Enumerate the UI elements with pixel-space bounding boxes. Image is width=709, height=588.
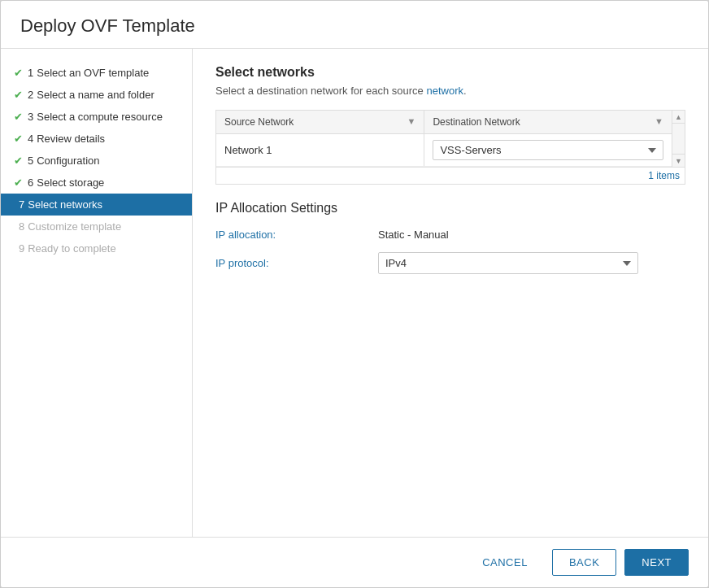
dialog-footer: CANCEL BACK NEXT <box>1 537 708 587</box>
network-table: Source Network ▼ Destination Network ▼ <box>216 111 672 167</box>
sidebar-item-3[interactable]: ✔ 3 Select a compute resource <box>1 106 192 128</box>
check-icon-1: ✔ <box>14 67 23 79</box>
check-icon-5: ✔ <box>14 155 23 167</box>
sidebar-item-7[interactable]: 7 Select networks <box>1 194 192 216</box>
back-button[interactable]: BACK <box>552 549 616 576</box>
table-scrollbar: ▲ ▼ <box>672 111 685 167</box>
check-icon-6: ✔ <box>14 176 23 189</box>
cancel-button[interactable]: CANCEL <box>466 550 544 575</box>
ip-allocation-label: IP allocation: <box>215 229 378 241</box>
ip-section-title: IP Allocation Settings <box>215 201 685 216</box>
dest-filter-icon[interactable]: ▼ <box>655 116 663 126</box>
col-dest-header: Destination Network ▼ <box>424 111 672 134</box>
main-content: Select networks Select a destination net… <box>193 49 708 537</box>
next-button[interactable]: NEXT <box>624 549 689 576</box>
sidebar-item-1[interactable]: ✔ 1 Select an OVF template <box>1 62 192 84</box>
sidebar-item-5[interactable]: ✔ 5 Configuration <box>1 150 192 172</box>
source-network-cell: Network 1 <box>216 134 424 167</box>
table-row: Network 1 VSS-Servers <box>216 134 672 167</box>
ip-allocation-value: Static - Manual <box>378 229 449 241</box>
dest-network-select[interactable]: VSS-Servers <box>433 140 663 160</box>
col-source-header: Source Network ▼ <box>216 111 424 134</box>
items-count: 1 items <box>215 168 685 185</box>
section-title: Select networks <box>215 65 685 80</box>
sidebar-item-9: 9 Ready to complete <box>1 237 192 259</box>
sidebar: ✔ 1 Select an OVF template ✔ 2 Select a … <box>1 49 193 537</box>
sidebar-item-4[interactable]: ✔ 4 Review details <box>1 128 192 150</box>
sidebar-item-2[interactable]: ✔ 2 Select a name and folder <box>1 84 192 106</box>
deploy-ovf-dialog: Deploy OVF Template ✔ 1 Select an OVF te… <box>0 0 709 588</box>
check-icon-4: ✔ <box>14 133 23 145</box>
section-desc: Select a destination network for each so… <box>215 85 685 97</box>
check-icon-2: ✔ <box>14 89 23 101</box>
ip-protocol-select-wrapper: IPv4 IPv6 <box>378 252 638 274</box>
network-link[interactable]: network <box>426 85 463 97</box>
ip-protocol-select[interactable]: IPv4 IPv6 <box>378 252 638 274</box>
ip-protocol-row: IP protocol: IPv4 IPv6 <box>215 252 685 274</box>
network-table-container: Source Network ▼ Destination Network ▼ <box>215 110 685 168</box>
dest-network-cell[interactable]: VSS-Servers <box>424 134 672 167</box>
check-icon-3: ✔ <box>14 111 23 123</box>
sidebar-item-8: 8 Customize template <box>1 216 192 237</box>
scroll-down-arrow[interactable]: ▼ <box>672 154 685 167</box>
dialog-title: Deploy OVF Template <box>1 1 708 49</box>
ip-protocol-label: IP protocol: <box>215 257 378 269</box>
sidebar-item-6[interactable]: ✔ 6 Select storage <box>1 172 192 194</box>
source-filter-icon[interactable]: ▼ <box>407 116 415 126</box>
scroll-up-arrow[interactable]: ▲ <box>672 111 685 124</box>
dialog-body: ✔ 1 Select an OVF template ✔ 2 Select a … <box>1 49 708 537</box>
network-table-main: Source Network ▼ Destination Network ▼ <box>216 111 672 167</box>
ip-allocation-row: IP allocation: Static - Manual <box>215 229 685 241</box>
